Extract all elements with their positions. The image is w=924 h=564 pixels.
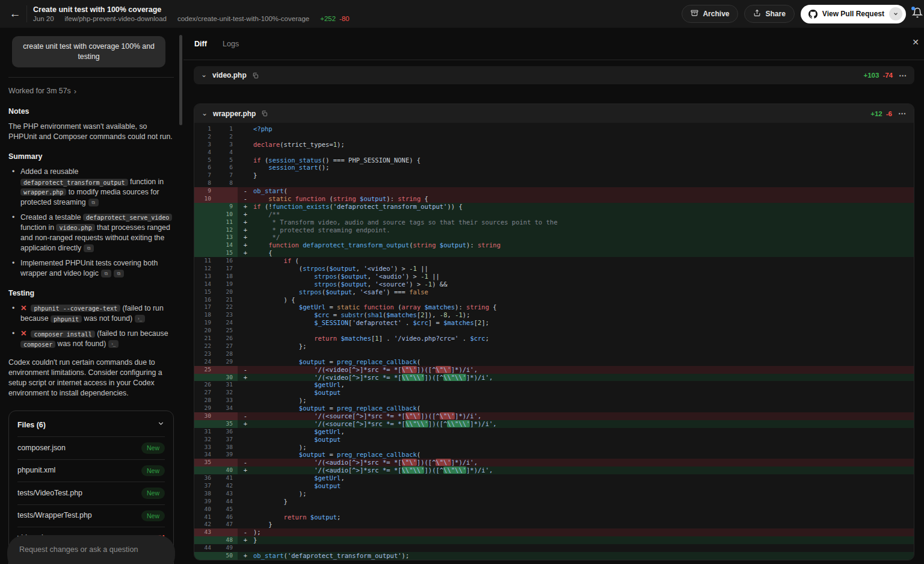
diff-line: 48+} [194,536,914,544]
old-line-number: 33 [194,444,216,451]
file-menu-button[interactable]: ⋯ [898,109,907,118]
header-divider [26,5,27,22]
old-line-number: 24 [194,358,216,366]
new-line-number: 9 [216,203,238,211]
chevron-down-icon[interactable]: ⌄ [202,109,208,117]
code-text: $output = preg_replace_callback( [253,404,914,412]
share-button[interactable]: Share [744,5,794,23]
citation-badge[interactable]: ⧉ [114,270,124,277]
old-line-number: 25 [194,366,216,374]
sidebar-scrollbar[interactable] [179,35,182,125]
new-line-number: 31 [216,381,238,389]
sidebar-divider [8,77,174,78]
code-text: /** [253,211,914,218]
fail-x-icon: ✕ [20,329,26,338]
diff-marker [238,141,253,149]
file-row[interactable]: composer.jsonNew [17,436,165,459]
new-line-number: 27 [216,342,238,350]
diff-marker [238,311,253,319]
diff-marker: + [238,374,253,382]
new-line-number: 26 [216,335,238,342]
code-text: $getUrl, [253,428,914,436]
new-line-number: 6 [216,164,238,172]
diff-marker [238,490,253,498]
old-line-number: 22 [194,342,216,350]
code-text: ob_start( [253,187,914,195]
citation-badge[interactable]: ⧉ [88,199,99,206]
file-row[interactable]: tests/WrapperTest.phpNew [17,504,165,527]
new-line-number: 30 [216,374,238,382]
code-text [253,179,914,187]
file-row[interactable]: tests/VideoTest.phpNew [17,482,165,504]
files-card-header[interactable]: Files (6) [17,414,165,436]
file-row[interactable]: phpunit.xmlNew [17,459,165,482]
diff-line: 2025 [194,327,914,335]
bullet-text: (failed to run because [95,329,168,338]
new-line-number: 32 [216,389,238,397]
diff-marker [238,498,253,506]
codex-task-window: ← Create unit test with 100% coverage Ju… [0,0,924,564]
old-line-number: 27 [194,389,216,397]
diff-line: 1217 (strpos($output, '<video') > -1 || [194,265,914,273]
diff-line: 2126 return $matches[1] . '/video.php?cr… [194,335,914,342]
view-pull-request-button[interactable]: View Pull Request [801,5,906,23]
diff-marker: + [238,420,253,428]
chevron-down-icon[interactable]: ⌄ [201,70,207,79]
back-button[interactable]: ← [5,4,25,24]
diff-line: 22 [194,133,914,141]
close-panel-button[interactable]: ✕ [912,37,919,47]
diff-marker [238,273,253,280]
file-header-video-php[interactable]: ⌄ video.php +103 -74 ⋯ [194,66,914,84]
composer-input[interactable]: Request changes or ask a question [7,535,175,564]
diff-line: 4045 [194,506,914,513]
citation-badge[interactable]: ›_ [108,340,119,348]
code-text: ); [253,528,914,536]
citation-badge[interactable]: ›_ [135,315,145,323]
new-line-number: 45 [216,506,238,513]
new-line-number: 50 [216,552,238,560]
code-text: '/(<audio[^>]*src *= *[\\"\\'])([^\\"\\'… [253,466,914,474]
archive-button[interactable]: Archive [682,5,738,23]
citation-badge[interactable]: ⧉ [101,270,111,277]
pr-dropdown-button[interactable] [889,7,902,20]
header-actions: Archive Share View Pull Request [682,5,918,23]
diff-line: 3944 } [194,498,914,506]
diff-line: 2934 $output = preg_replace_callback( [194,404,914,412]
citation-badge[interactable]: ⧉ [84,244,94,252]
file-name: composer.json [17,443,66,453]
diff-marker: - [238,528,253,536]
diff-marker [238,444,253,451]
new-line-number: 10 [216,211,238,218]
diff-marker: - [238,366,253,374]
fail-x-icon: ✕ [20,304,26,312]
old-line-number: 44 [194,544,216,552]
file-menu-button[interactable]: ⋯ [899,71,907,80]
notifications-bell-icon[interactable] [912,7,924,20]
file-additions: +103 [863,72,879,79]
diff-marker [238,172,253,179]
copy-path-icon[interactable] [261,110,268,117]
diff-line: 2833 ); [194,397,914,404]
code-text: ); [253,490,914,498]
old-line-number [194,241,216,249]
copy-path-icon[interactable] [252,72,259,79]
code-text: $output = preg_replace_callback( [253,358,914,366]
old-line-number: 30 [194,412,216,420]
summary-list: Added a reusable defaprotect_transform_o… [8,167,174,279]
new-badge: New [141,465,165,476]
tab-diff[interactable]: Diff [194,40,207,48]
file-header-wrapper-php[interactable]: ⌄ wrapper.php +12 -6 ⋯ [194,104,914,123]
diff-marker [238,342,253,350]
new-line-number: 39 [216,451,238,459]
file-deletions: -74 [882,72,893,79]
worked-duration-toggle[interactable]: Worked for 3m 57s › [8,86,174,97]
old-line-number: 1 [194,125,216,133]
diff-line: 3641 $getUrl, [194,474,914,482]
inline-code: phpunit [51,315,82,323]
old-line-number: 43 [194,528,216,536]
new-line-number: 21 [216,296,238,304]
inline-code: wrapper.php [20,188,66,196]
code-text: */ [253,234,914,241]
tab-logs[interactable]: Logs [223,40,239,48]
code-text: if (!function_exists('defaprotect_transf… [253,203,914,211]
